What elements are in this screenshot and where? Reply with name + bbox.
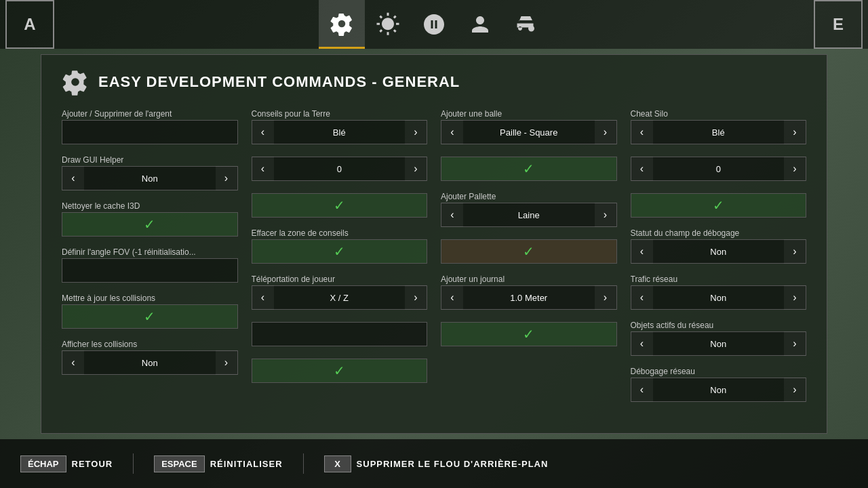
soil-checkmark: ✓	[334, 197, 345, 214]
net-objects-prev[interactable]: ‹	[631, 331, 653, 356]
show-collisions-value: Non	[84, 358, 216, 368]
cheat-silo-group: Cheat Silo ‹ Blé ›	[631, 109, 807, 144]
pallet-check[interactable]: ✓	[441, 239, 617, 264]
cheat-silo-prev[interactable]: ‹	[631, 120, 653, 144]
nav-tab-tractor[interactable]	[503, 0, 549, 49]
field-debug-label: Statut du champ de débogage	[631, 228, 807, 238]
clear-zone-label: Effacer la zone de conseils	[252, 228, 428, 238]
teleport-check[interactable]: ✓	[252, 359, 428, 383]
soil-tips-group: Conseils pour la Terre ‹ Blé ›	[252, 109, 428, 144]
add-log-spinner[interactable]: ‹ 1.0 Meter ›	[441, 285, 617, 310]
net-debug-label: Débogage réseau	[631, 367, 807, 376]
divider-2	[303, 453, 304, 474]
clear-zone-check[interactable]: ✓	[252, 239, 428, 264]
nav-tab-worker[interactable]	[411, 0, 457, 49]
pallet-checkmark: ✓	[523, 243, 534, 260]
space-key: ESPACE	[154, 455, 205, 472]
show-collisions-prev[interactable]: ‹	[62, 350, 84, 375]
teleport-next[interactable]: ›	[405, 285, 427, 310]
draw-gui-next[interactable]: ›	[216, 166, 237, 190]
blur-label: SUPPRIMER LE FLOU D'ARRIÈRE-PLAN	[357, 459, 549, 469]
net-debug-prev[interactable]: ‹	[631, 378, 653, 402]
log-check[interactable]: ✓	[441, 322, 617, 346]
soil-tips-next[interactable]: ›	[405, 120, 427, 144]
net-objects-next[interactable]: ›	[784, 331, 806, 356]
add-pallet-label: Ajouter Pallette	[441, 192, 617, 201]
soil-num-prev[interactable]: ‹	[252, 157, 274, 181]
cheat-silo-next[interactable]: ›	[784, 120, 806, 144]
update-collisions-group: Mettre à jour les collisions ✓	[62, 293, 238, 329]
add-bale-group: Ajouter une balle ‹ Paille - Square ›	[441, 109, 617, 144]
fov-input[interactable]	[62, 258, 238, 283]
silo-num-value: 0	[653, 164, 785, 174]
add-pallet-value: Laine	[463, 210, 595, 220]
page-title: EASY DEVELOPMENT COMMANDS - GENERAL	[98, 73, 460, 91]
teleport-label: Téléportation de joueur	[252, 274, 428, 284]
net-objects-value: Non	[653, 339, 785, 349]
field-debug-group: Statut du champ de débogage ‹ Non ›	[631, 228, 807, 264]
add-log-prev[interactable]: ‹	[441, 285, 463, 310]
net-traffic-spinner[interactable]: ‹ Non ›	[631, 285, 807, 310]
draw-gui-prev[interactable]: ‹	[62, 166, 84, 190]
add-pallet-next[interactable]: ›	[595, 203, 616, 227]
add-bale-spinner[interactable]: ‹ Paille - Square ›	[441, 120, 617, 144]
teleport-prev[interactable]: ‹	[252, 285, 274, 310]
add-bale-next[interactable]: ›	[595, 120, 616, 144]
net-traffic-next[interactable]: ›	[784, 285, 806, 310]
net-debug-value: Non	[653, 385, 785, 395]
add-pallet-spinner[interactable]: ‹ Laine ›	[441, 203, 617, 227]
soil-num-next[interactable]: ›	[405, 157, 427, 181]
money-group: Ajouter / Supprimer de l'argent	[62, 109, 238, 144]
clear-zone-checkmark: ✓	[334, 243, 345, 260]
field-debug-spinner[interactable]: ‹ Non ›	[631, 239, 807, 264]
cache-group: Nettoyer le cache I3D ✓	[62, 201, 238, 237]
add-log-next[interactable]: ›	[595, 285, 616, 310]
nav-tab-settings[interactable]	[319, 0, 365, 49]
soil-tips-prev[interactable]: ‹	[252, 120, 274, 144]
teleport-spinner[interactable]: ‹ X / Z ›	[252, 285, 428, 310]
nav-tab-person[interactable]	[457, 0, 503, 49]
silo-num-spinner[interactable]: ‹ 0 ›	[631, 157, 807, 181]
draw-gui-spinner[interactable]: ‹ Non ›	[62, 166, 238, 190]
add-pallet-prev[interactable]: ‹	[441, 203, 463, 227]
silo-num-prev[interactable]: ‹	[631, 157, 653, 181]
soil-num-spinner[interactable]: ‹ 0 ›	[252, 157, 428, 181]
field-debug-prev[interactable]: ‹	[631, 239, 653, 264]
net-traffic-prev[interactable]: ‹	[631, 285, 653, 310]
teleport-input-group	[252, 321, 428, 346]
bale-check[interactable]: ✓	[441, 157, 617, 181]
control-column-3: Ajouter une balle ‹ Paille - Square › ✓ …	[441, 109, 617, 407]
nav-tab-weather[interactable]	[365, 0, 411, 49]
show-collisions-next[interactable]: ›	[216, 350, 237, 375]
reset-label: RÉINITIALISER	[210, 459, 283, 469]
teleport-value: X / Z	[274, 293, 406, 303]
soil-tips-spinner[interactable]: ‹ Blé ›	[252, 120, 428, 144]
cache-check[interactable]: ✓	[62, 212, 238, 237]
cheat-silo-value: Blé	[653, 127, 785, 138]
show-collisions-spinner[interactable]: ‹ Non ›	[62, 350, 238, 375]
settings-icon	[330, 12, 354, 36]
person-icon	[468, 12, 492, 37]
soil-check[interactable]: ✓	[252, 193, 428, 218]
net-debug-next[interactable]: ›	[784, 378, 806, 402]
silo-checkmark: ✓	[713, 197, 724, 214]
nav-tabs-container	[60, 0, 808, 49]
cheat-silo-spinner[interactable]: ‹ Blé ›	[631, 120, 807, 144]
field-debug-value: Non	[653, 247, 785, 257]
silo-num-next[interactable]: ›	[784, 157, 806, 181]
teleport-check-group: ✓	[252, 357, 428, 383]
field-debug-next[interactable]: ›	[784, 239, 806, 264]
money-input[interactable]	[62, 120, 238, 144]
silo-num-group: ‹ 0 ›	[631, 155, 807, 181]
silo-check[interactable]: ✓	[631, 193, 807, 218]
add-bale-prev[interactable]: ‹	[441, 120, 463, 144]
teleport-input[interactable]	[252, 322, 428, 346]
net-objects-spinner[interactable]: ‹ Non ›	[631, 331, 807, 356]
add-log-value: 1.0 Meter	[463, 293, 595, 303]
divider-1	[133, 453, 134, 474]
net-debug-spinner[interactable]: ‹ Non ›	[631, 378, 807, 402]
update-collisions-check[interactable]: ✓	[62, 304, 238, 329]
show-collisions-label: Afficher les collisions	[62, 340, 238, 349]
soil-num-value: 0	[274, 164, 406, 174]
net-objects-group: Objets actifs du réseau ‹ Non ›	[631, 321, 807, 356]
